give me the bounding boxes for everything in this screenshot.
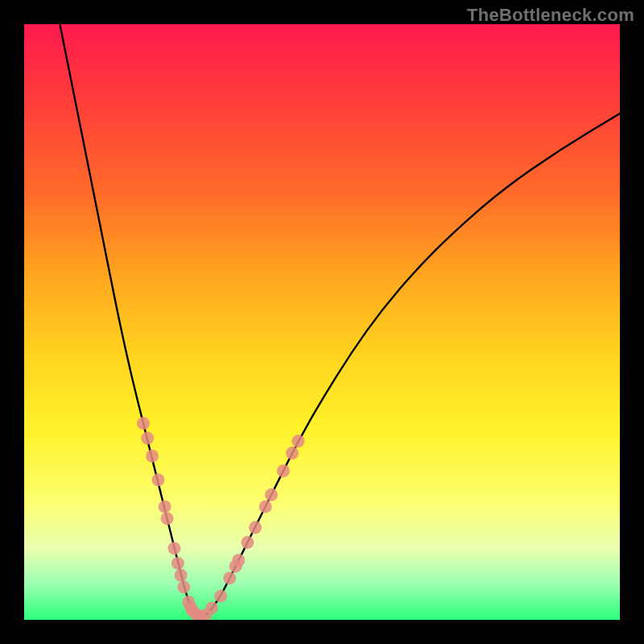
data-marker: [232, 554, 245, 567]
data-marker: [141, 431, 154, 444]
data-marker: [177, 580, 190, 593]
data-marker: [242, 536, 254, 549]
data-marker: [146, 450, 159, 463]
data-marker: [223, 572, 236, 584]
bottleneck-curve-path: [60, 24, 620, 617]
data-marker: [259, 500, 272, 513]
data-marker: [277, 464, 290, 477]
data-marker: [205, 601, 218, 614]
data-marker: [161, 512, 174, 525]
data-marker: [291, 435, 304, 448]
data-marker: [159, 500, 171, 513]
plot-area: [24, 24, 620, 620]
data-marker: [214, 589, 227, 602]
data-marker: [265, 489, 278, 502]
chart-stage: TheBottleneck.com: [0, 0, 644, 644]
chart-svg: [24, 24, 620, 620]
data-marker: [249, 521, 262, 534]
data-marker: [167, 542, 180, 555]
watermark-text: TheBottleneck.com: [467, 5, 634, 26]
data-marker: [286, 447, 299, 460]
data-marker: [171, 557, 184, 570]
data-marker: [152, 473, 165, 486]
data-marker: [137, 417, 150, 430]
marker-group: [137, 417, 304, 620]
data-marker: [175, 569, 188, 582]
